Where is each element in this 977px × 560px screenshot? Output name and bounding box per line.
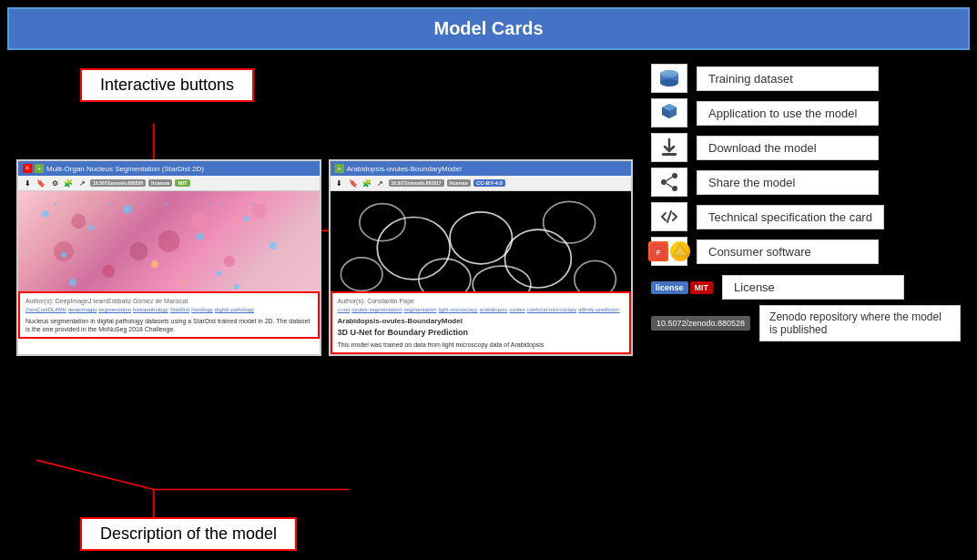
doi-row: 10.5072/zenodo.880528 Zenodo repository …: [651, 305, 961, 341]
license-row: license MIT License: [651, 275, 961, 300]
svg-line-4: [36, 460, 154, 489]
tag-deepimagej[interactable]: deepimagej: [68, 307, 97, 314]
doi-badge-card2: 10.5072/zenodo.881917: [389, 179, 444, 187]
svg-point-10: [243, 216, 249, 221]
card1-plus-btn[interactable]: +: [35, 164, 44, 173]
svg-point-14: [270, 242, 277, 249]
card1-title: Multi-Organ Nucleus Segmentation (StarDi…: [46, 165, 204, 173]
tag-confocal[interactable]: confocal-microscopy: [527, 307, 577, 314]
tag-histopath[interactable]: histopathology: [133, 307, 168, 314]
cell-network-svg: [331, 191, 632, 291]
svg-point-11: [61, 252, 66, 258]
download-icon-2[interactable]: ⬇: [334, 178, 345, 188]
application-icon-box: [651, 98, 687, 127]
legend-item-consumer: F Consumer software: [651, 237, 961, 266]
svg-point-31: [660, 70, 678, 77]
svg-rect-32: [662, 153, 677, 156]
card1-description-text: Nucleus segmentation in digital patholog…: [25, 317, 312, 333]
doi-badge-card1: 10.5072/zenodo.880528: [90, 179, 146, 187]
tag-seg2[interactable]: segmentation: [404, 307, 437, 314]
fiji-icon: F: [648, 241, 668, 261]
card2-tags: u-net ovules-segmentation segmentation l…: [338, 307, 625, 314]
page-title: Model Cards: [433, 18, 543, 38]
share-label: Share the model: [697, 170, 879, 195]
bookmark-icon-2[interactable]: 🔖: [348, 178, 359, 188]
tag-ovules2[interactable]: ovules: [509, 307, 524, 314]
tag-digitalpathology[interactable]: digital pathology: [215, 307, 254, 314]
license-badge-card2: license: [447, 179, 471, 187]
tag-stardist[interactable]: StarDist: [170, 307, 189, 314]
knime-icon: [670, 241, 690, 261]
tissue-svg-overlay: [18, 191, 320, 291]
card1-author: Author(s): DeepImageJ teamEstibaliz Góme…: [25, 297, 312, 305]
ccby-badge-card2: CC-BY-4.0: [473, 179, 505, 187]
consumer-icons: F: [648, 241, 690, 261]
svg-point-16: [69, 279, 76, 286]
left-section: Interactive buttons ✕ + Multi-Organ Nucl…: [7, 50, 642, 560]
puzzle-icon[interactable]: 🧩: [63, 178, 74, 188]
tag-arabidopsis[interactable]: arabidopsis: [480, 307, 508, 314]
card2-titlebar: + Arabidopsis-ovules-BoundaryModel: [331, 161, 632, 176]
mit-badge-card1: MIT: [175, 179, 189, 187]
card1-description: Author(s): DeepImageJ teamEstibaliz Góme…: [18, 291, 320, 339]
bookmark-icon[interactable]: 🔖: [36, 178, 46, 188]
tag-lightmicro[interactable]: light microscopy: [439, 307, 478, 314]
svg-point-12: [151, 260, 158, 268]
tag-segmentation1[interactable]: segmentation: [98, 307, 131, 314]
legend-item-download: Download the model: [651, 133, 961, 162]
card2-description-text: This model was trained on data from ligh…: [338, 341, 625, 349]
svg-point-33: [672, 173, 677, 178]
description-label: Description of the model: [80, 517, 297, 551]
doi-badge-legend: 10.5072/zenodo.880528: [651, 316, 750, 331]
card1-tags: ZeroCostDL4Mic deepimagej segmentation h…: [25, 307, 312, 314]
svg-text:F: F: [656, 249, 661, 257]
training-dataset-label: Training dataset: [697, 66, 879, 91]
tag-unet[interactable]: u-net: [338, 307, 351, 314]
license-label: License: [722, 275, 904, 300]
tag-ovules[interactable]: ovules-segmentation: [351, 307, 402, 314]
training-dataset-icon: [656, 66, 682, 91]
technical-label: Technical specification the card: [697, 205, 884, 229]
card1-close-btn[interactable]: ✕: [23, 164, 32, 173]
svg-point-17: [234, 284, 239, 290]
tag-zerocost[interactable]: ZeroCostDL4Mic: [25, 307, 66, 314]
training-icon-box: [651, 64, 687, 93]
tag-histology[interactable]: histology: [191, 307, 213, 314]
svg-point-7: [88, 225, 94, 230]
card2-plus-btn[interactable]: +: [335, 164, 344, 173]
share-icon-2[interactable]: ↗: [375, 178, 386, 188]
download-legend-icon: [658, 137, 680, 158]
header: Model Cards: [7, 7, 970, 50]
svg-point-30: [660, 79, 678, 87]
share-icon[interactable]: ↗: [76, 178, 87, 188]
download-icon[interactable]: ⬇: [22, 178, 33, 188]
legend-item-training: Training dataset: [651, 64, 961, 93]
card2-title: Arabidopsis-ovules-BoundaryModel: [347, 165, 462, 173]
card2-toolbar: ⬇ 🔖 🧩 ↗ 10.5072/zenodo.881917 license CC…: [331, 176, 632, 191]
model-card-1: ✕ + Multi-Organ Nucleus Segmentation (St…: [16, 159, 321, 356]
tag-affinity[interactable]: affinity-prediction: [578, 307, 619, 314]
license-badge-card1: license: [148, 179, 172, 187]
card1-titlebar: ✕ + Multi-Organ Nucleus Segmentation (St…: [18, 161, 320, 176]
card2-author: Author(s): Constantin Pape: [338, 297, 625, 305]
svg-point-9: [197, 233, 204, 240]
card2-image: [331, 191, 632, 291]
technical-icon-box: [651, 202, 687, 231]
model-card-2: + Arabidopsis-ovules-BoundaryModel ⬇ 🔖 🧩…: [329, 159, 634, 356]
legend-item-application: Application to use the model: [651, 98, 961, 127]
license-badge-mit: MIT: [690, 281, 714, 294]
consumer-icon-box: F: [651, 237, 687, 266]
card2-model-name: Arabidopsis-ovules-BoundaryModel: [338, 317, 625, 326]
svg-point-34: [661, 179, 667, 185]
download-icon-box: [651, 133, 687, 162]
puzzle-icon-2[interactable]: 🧩: [361, 178, 372, 188]
svg-line-38: [667, 211, 671, 222]
legend-item-technical: Technical specification the card: [651, 202, 961, 231]
license-badge-blue: license: [651, 281, 688, 294]
svg-point-6: [42, 210, 49, 218]
consumer-label: Consumer software: [697, 239, 879, 264]
svg-point-13: [216, 270, 221, 276]
legend-item-share: Share the model: [651, 168, 961, 197]
settings-icon[interactable]: ⚙: [49, 178, 60, 188]
card1-image: [18, 191, 320, 291]
